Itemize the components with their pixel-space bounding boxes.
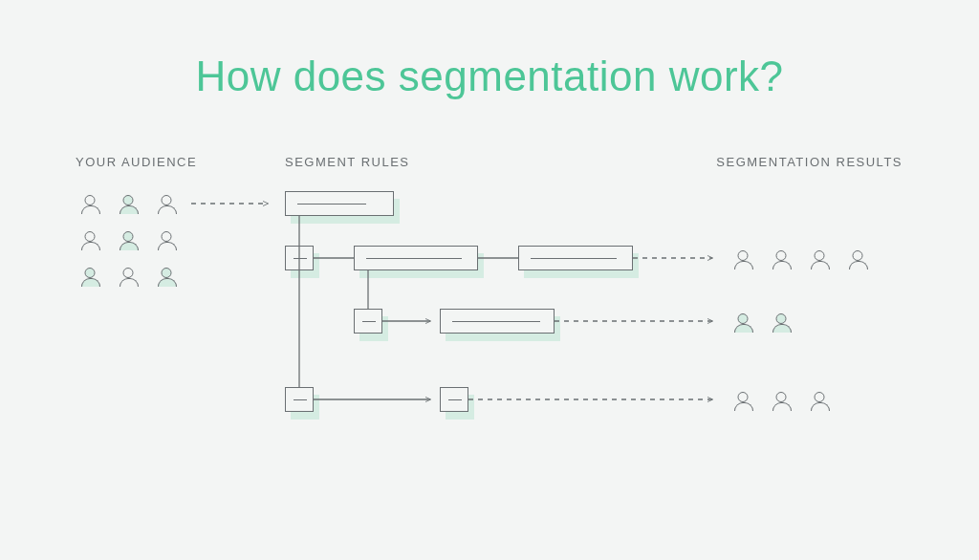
rules-label: SEGMENT RULES xyxy=(285,155,410,169)
rule-box xyxy=(285,246,314,270)
rule-box xyxy=(440,387,468,412)
person-icon xyxy=(849,250,866,269)
person-icon xyxy=(811,392,828,411)
results-row-2 xyxy=(729,313,795,333)
person-icon xyxy=(120,268,137,287)
person-icon xyxy=(120,231,137,250)
rule-box xyxy=(440,309,555,334)
rule-box xyxy=(518,246,633,270)
audience-grid xyxy=(76,195,181,287)
person-icon xyxy=(120,195,137,214)
rule-box xyxy=(354,309,382,334)
person-icon xyxy=(734,392,751,411)
person-icon xyxy=(158,195,175,214)
audience-label: YOUR AUDIENCE xyxy=(76,155,197,169)
person-icon xyxy=(158,268,175,287)
results-label: SEGMENTATION RESULTS xyxy=(716,155,903,169)
person-icon xyxy=(811,250,828,269)
person-icon xyxy=(772,250,790,269)
page-title: How does segmentation work? xyxy=(0,53,979,100)
person-icon xyxy=(772,392,790,411)
person-icon xyxy=(772,313,790,333)
rule-box xyxy=(285,387,314,412)
rule-box xyxy=(354,246,478,270)
person-icon xyxy=(734,313,751,333)
rule-box xyxy=(285,191,394,216)
person-icon xyxy=(81,268,98,287)
person-icon xyxy=(81,195,98,214)
person-icon xyxy=(734,250,751,269)
results-row-1 xyxy=(729,250,872,269)
person-icon xyxy=(158,231,175,250)
person-icon xyxy=(81,231,98,250)
results-row-3 xyxy=(729,392,834,411)
